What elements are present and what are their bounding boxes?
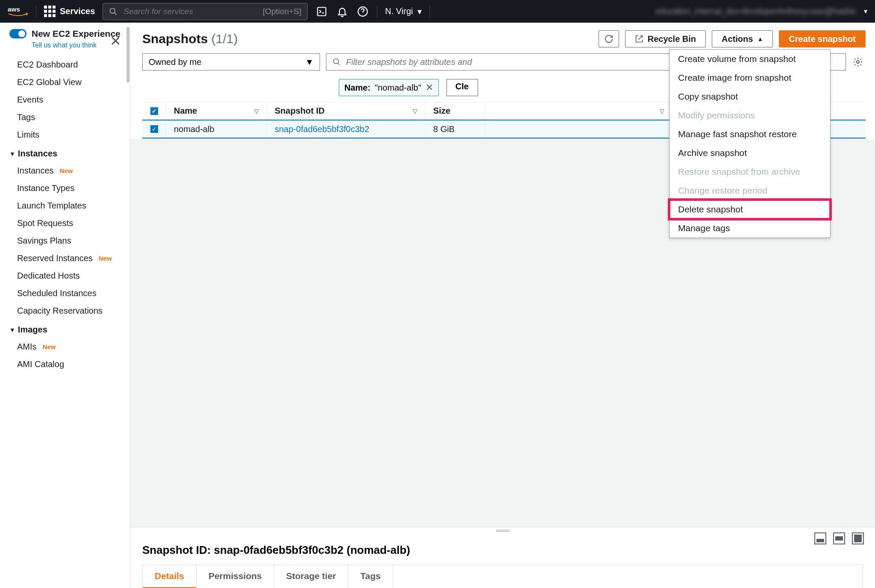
svg-line-2 (115, 12, 117, 15)
nav-savings-plans[interactable]: Savings Plans (0, 232, 130, 250)
panel-maximize-icon[interactable] (852, 532, 864, 544)
cell-snapshot-id[interactable]: snap-0fad6eb5bf3f0c3b2 (267, 121, 426, 138)
page-header: Snapshots (1/1) Recycle Bin Actions▲ Cre… (142, 30, 866, 47)
action-create-volume[interactable]: Create volume from snapshot (669, 50, 830, 68)
action-delete-snapshot[interactable]: Delete snapshot (669, 200, 830, 219)
header-hidden[interactable]: ▽ (485, 103, 672, 119)
nav-ami-catalog[interactable]: AMI Catalog (0, 356, 130, 373)
caret-down-icon: ▼ (9, 150, 15, 157)
header-snapshot-id[interactable]: Snapshot ID▽ (267, 103, 426, 119)
nav-group-instances[interactable]: ▼Instances (0, 144, 130, 162)
sort-icon: ▽ (254, 108, 259, 115)
actions-button[interactable]: Actions▲ (712, 30, 773, 47)
page-title: Snapshots (1/1) (142, 32, 238, 46)
region-label: N. Virgi (385, 6, 413, 16)
cell-name: nomad-alb (166, 121, 267, 138)
svg-point-7 (857, 61, 859, 63)
detail-panel: Snapshot ID: snap-0fad6eb5bf3f0c3b2 (nom… (130, 527, 875, 588)
recycle-bin-button[interactable]: Recycle Bin (625, 30, 706, 47)
notifications-icon[interactable] (336, 5, 349, 18)
gear-icon (853, 57, 863, 67)
panel-minimize-icon[interactable] (814, 532, 826, 544)
account-label[interactable]: education_internal_dev-developerAnthony.… (655, 6, 856, 16)
caret-down-icon: ▼ (305, 57, 314, 67)
nav-amis[interactable]: AMIsNew (0, 338, 130, 356)
nav-limits[interactable]: Limits (0, 126, 130, 144)
nav-reserved-instances[interactable]: Reserved InstancesNew (0, 250, 130, 267)
new-experience-toggle[interactable] (9, 29, 26, 38)
row-checkbox[interactable]: ✓ (142, 121, 166, 138)
cell-hidden (485, 121, 672, 138)
cell-size: 8 GiB (426, 121, 485, 138)
new-badge: New (41, 343, 58, 351)
remove-chip-icon[interactable]: ✕ (426, 82, 433, 93)
cloudshell-icon[interactable] (315, 5, 328, 18)
nav-scheduled-instances[interactable]: Scheduled Instances (0, 285, 130, 302)
action-modify-permissions: Modify permissions (669, 106, 830, 125)
sort-icon: ▽ (413, 108, 417, 115)
header-name[interactable]: Name▽ (166, 103, 267, 119)
caret-up-icon: ▲ (757, 35, 763, 42)
create-snapshot-button[interactable]: Create snapshot (779, 30, 866, 47)
checkbox-icon[interactable]: ✓ (150, 107, 158, 115)
clear-filters-button[interactable]: Clear filters (446, 79, 478, 96)
svg-text:aws: aws (8, 6, 20, 13)
region-selector[interactable]: N. Virgi ▾ (385, 6, 421, 17)
panel-half-icon[interactable] (833, 532, 845, 544)
filter-chip-name: Name:"nomad-alb"✕ (339, 79, 439, 96)
settings-button[interactable] (850, 54, 866, 70)
search-icon (332, 58, 341, 66)
actions-dropdown: Create volume from snapshot Create image… (669, 49, 831, 238)
tab-details[interactable]: Details (143, 565, 197, 588)
action-create-image[interactable]: Create image from snapshot (669, 68, 830, 87)
nav-tags[interactable]: Tags (0, 109, 130, 126)
nav-launch-templates[interactable]: Launch Templates (0, 197, 130, 215)
caret-down-icon: ▼ (9, 326, 15, 333)
resize-handle[interactable] (496, 530, 510, 532)
help-icon[interactable] (356, 5, 369, 18)
svg-rect-3 (318, 7, 326, 16)
svg-point-1 (110, 8, 115, 13)
action-manage-fast-restore[interactable]: Manage fast snapshot restore (669, 125, 830, 144)
nav-dedicated-hosts[interactable]: Dedicated Hosts (0, 267, 130, 285)
select-all-header[interactable]: ✓ (142, 103, 166, 119)
nav-ec2-global-view[interactable]: EC2 Global View (0, 74, 130, 91)
action-change-restore-period: Change restore period (669, 181, 830, 200)
action-copy-snapshot[interactable]: Copy snapshot (669, 87, 830, 106)
tab-permissions[interactable]: Permissions (197, 565, 274, 588)
refresh-button[interactable] (599, 30, 619, 47)
action-restore-archive: Restore snapshot from archive (669, 162, 830, 181)
sidebar: New EC2 Experience Tell us what you thin… (0, 23, 130, 588)
new-badge: New (58, 167, 75, 175)
panel-size-controls (814, 532, 864, 544)
nav-group-images[interactable]: ▼Images (0, 320, 130, 338)
global-search[interactable]: [Option+S] (103, 3, 308, 20)
header-size[interactable]: Size (426, 103, 485, 119)
tab-storage-tier[interactable]: Storage tier (274, 565, 349, 588)
top-nav: aws Services [Option+S] N. Virgi ▾ educa… (0, 0, 875, 23)
svg-line-6 (338, 63, 340, 65)
tab-tags[interactable]: Tags (348, 565, 393, 588)
external-link-icon (635, 35, 643, 43)
search-input[interactable] (123, 7, 257, 16)
close-icon[interactable]: ✕ (110, 33, 121, 49)
checkbox-icon[interactable]: ✓ (150, 125, 158, 133)
scrollbar[interactable] (126, 23, 130, 588)
services-label: Services (60, 6, 95, 16)
nav-spot-requests[interactable]: Spot Requests (0, 215, 130, 232)
aws-logo[interactable]: aws (8, 6, 28, 18)
action-manage-tags[interactable]: Manage tags (669, 219, 830, 238)
nav-events[interactable]: Events (0, 91, 130, 109)
search-icon (109, 7, 117, 16)
nav-instances[interactable]: InstancesNew (0, 162, 130, 179)
ownership-select[interactable]: Owned by me▼ (142, 53, 320, 71)
chevron-down-icon: ▾ (417, 6, 422, 17)
nav-ec2-dashboard[interactable]: EC2 Dashboard (0, 56, 130, 74)
services-button[interactable]: Services (44, 6, 95, 17)
nav-capacity-reservations[interactable]: Capacity Reservations (0, 302, 130, 320)
action-archive-snapshot[interactable]: Archive snapshot (669, 144, 830, 162)
sort-icon: ▽ (660, 108, 664, 115)
chevron-down-icon[interactable]: ▾ (864, 7, 867, 15)
nav-instance-types[interactable]: Instance Types (0, 179, 130, 197)
new-experience-title: New EC2 Experience (32, 29, 120, 39)
